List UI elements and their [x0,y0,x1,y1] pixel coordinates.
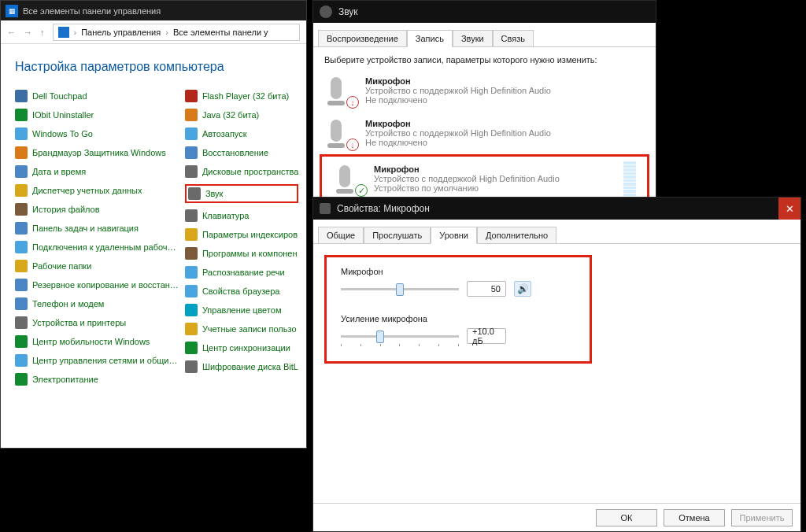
breadcrumb[interactable]: › Панель управления › Все элементы панел… [53,24,301,41]
cp-item[interactable]: Устройства и принтеры [15,316,179,329]
cp-item-icon [185,109,198,121]
cp-body: Настройка параметров компьютера Dell Tou… [1,44,306,401]
cp-item[interactable]: Звук [185,184,299,203]
cp-item[interactable]: Java (32 бита) [185,109,299,121]
cp-item-label: Резервное копирование и восстан… [32,280,179,290]
cp-item[interactable]: Клавиатура [185,209,299,222]
mic-level-value[interactable]: 50 [467,281,506,297]
cp-item[interactable]: Телефон и модем [15,297,179,310]
cp-item[interactable]: Учетные записи пользо [185,323,299,335]
cp-item[interactable]: Шифрование диска BitL [185,360,299,373]
cp-item[interactable]: Рабочие папки [15,260,179,272]
prop-tab[interactable]: Уровни [431,227,477,244]
nav-forward-icon[interactable]: → [24,28,32,37]
prop-button-bar: ОК Отмена Применить [313,503,800,531]
close-button[interactable]: ✕ [778,198,800,220]
cp-item[interactable]: Центр мобильности Windows [15,335,179,348]
cp-item-icon [15,335,28,348]
cp-item[interactable]: Панель задач и навигация [15,222,179,235]
cp-item-label: Распознавание речи [202,268,285,277]
cp-item[interactable]: Центр синхронизации [185,342,299,354]
mute-button[interactable]: 🔊 [514,281,531,297]
cp-item[interactable]: Flash Player (32 бита) [185,90,299,102]
nav-up-icon[interactable]: ↑ [40,28,45,37]
cp-title: Все элементы панели управления [23,6,161,16]
cp-item-icon [188,187,201,200]
sound-tab[interactable]: Звуки [453,30,493,47]
device-status: Не подключено [365,95,645,105]
cp-item-label: Центр управления сетями и общи… [32,356,177,365]
levels-highlight: Микрофон 50 🔊 Усиление микрофона [324,255,592,364]
cp-item-label: Рабочие папки [32,261,91,271]
sound-device[interactable]: ✓МикрофонУстройство с поддержкой High De… [320,154,649,203]
boost-slider[interactable] [341,329,459,343]
prop-titlebar: Свойства: Микрофон ✕ [313,198,800,220]
cp-item-icon [185,266,198,279]
cp-item-label: Звук [205,189,224,198]
cp-item[interactable]: Резервное копирование и восстан… [15,279,179,291]
mic-level-slider[interactable] [341,282,459,296]
cp-item[interactable]: Брандмауэр Защитника Windows [15,146,179,159]
cp-item-icon [185,247,198,260]
device-sub: Устройство с поддержкой High Definition … [365,128,645,138]
prop-tabs: ОбщиеПрослушатьУровниДополнительно [313,220,800,244]
sound-tab[interactable]: Запись [407,30,453,47]
cp-item-label: Параметры индексиров [202,230,298,239]
cp-item[interactable]: Дата и время [15,165,179,178]
cp-item-label: Брандмауэр Защитника Windows [32,148,166,157]
cp-item-icon [185,228,198,241]
nav-back-icon[interactable]: ← [7,28,16,37]
cp-item[interactable]: Управление цветом [185,304,299,316]
cp-item[interactable]: Dell Touchpad [15,90,179,102]
sound-device-list: ↓МикрофонУстройство с поддержкой High De… [313,69,656,203]
cp-item[interactable]: Свойства браузера [185,285,299,297]
cp-item-icon [15,90,28,102]
cp-item-label: Java (32 бита) [202,110,259,120]
cp-item-label: Устройства и принтеры [32,318,126,327]
cp-item[interactable]: Windows To Go [15,127,179,140]
sound-device[interactable]: ↓МикрофонУстройство с поддержкой High De… [313,112,656,154]
ok-button[interactable]: ОК [596,509,657,526]
cp-item-icon [15,354,28,367]
cp-item[interactable]: Дисковые пространства [185,165,299,178]
cp-item-label: Центр мобильности Windows [32,337,150,346]
cp-item-icon [185,127,198,140]
cp-item[interactable]: Электропитание [15,373,179,386]
sound-hint: Выберите устройство записи, параметры ко… [313,47,656,69]
cp-item-icon [185,285,198,297]
sound-tab[interactable]: Воспроизведение [318,30,407,47]
control-panel-icon: ▦ [6,5,18,17]
mic-properties-window: Свойства: Микрофон ✕ ОбщиеПрослушатьУров… [312,197,801,532]
breadcrumb-leaf: Все элементы панели у [173,28,268,37]
cp-item[interactable]: Центр управления сетями и общи… [15,354,179,367]
level-meter [623,161,636,196]
apply-button[interactable]: Применить [731,509,793,526]
cp-item-label: История файлов [32,205,100,214]
cp-item-icon [15,165,28,178]
cp-item-label: Управление цветом [202,305,282,315]
cp-item[interactable]: Восстановление [185,146,299,159]
cp-item-icon [15,260,28,272]
sound-tab[interactable]: Связь [493,30,534,47]
cp-item[interactable]: Программы и компонен [185,247,299,260]
cp-item[interactable]: Подключения к удаленным рабоч… [15,241,179,253]
cp-item-label: Диспетчер учетных данных [32,186,142,195]
cp-item[interactable]: Диспетчер учетных данных [15,184,179,197]
cp-item[interactable]: IObit Uninstaller [15,109,179,121]
cp-item-icon [15,184,28,197]
prop-tab[interactable]: Дополнительно [477,227,556,244]
prop-tab[interactable]: Общие [318,227,364,244]
cp-item-label: Свойства браузера [202,286,280,296]
cp-item-label: Windows To Go [32,129,93,139]
device-name: Микрофон [374,164,616,174]
cp-item[interactable]: Параметры индексиров [185,228,299,241]
cp-titlebar: ▦ Все элементы панели управления [1,1,306,20]
cancel-button[interactable]: Отмена [664,509,725,526]
cp-item[interactable]: Автозапуск [185,127,299,140]
prop-tab[interactable]: Прослушать [364,227,431,244]
boost-value[interactable]: +10.0 дБ [467,328,506,344]
cp-item[interactable]: Распознавание речи [185,266,299,279]
cp-item-icon [15,109,28,121]
sound-device[interactable]: ↓МикрофонУстройство с поддержкой High De… [313,69,656,112]
cp-item[interactable]: История файлов [15,203,179,216]
